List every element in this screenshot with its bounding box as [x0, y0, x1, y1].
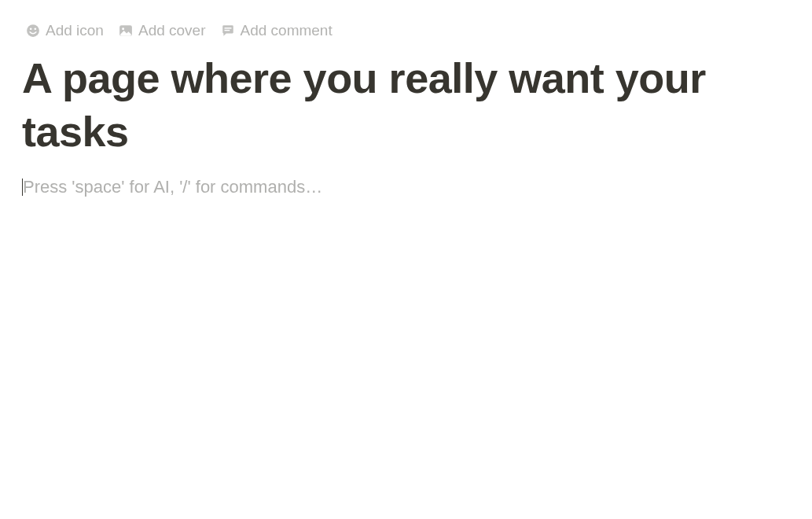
emoji-icon — [25, 23, 41, 39]
svg-rect-6 — [224, 30, 230, 31]
editor-placeholder: Press 'space' for AI, '/' for commands… — [22, 177, 322, 197]
add-icon-label: Add icon — [46, 22, 104, 39]
add-cover-label: Add cover — [138, 22, 206, 39]
svg-rect-5 — [224, 28, 231, 28]
svg-point-0 — [27, 24, 39, 37]
page-title[interactable]: A page where you really want your tasks — [0, 39, 812, 164]
comment-icon — [220, 23, 236, 39]
svg-point-1 — [30, 28, 32, 30]
editor-placeholder-line[interactable]: Press 'space' for AI, '/' for commands… — [22, 177, 790, 197]
add-icon-button[interactable]: Add icon — [25, 22, 104, 39]
add-cover-button[interactable]: Add cover — [118, 22, 206, 39]
editor-content[interactable]: Press 'space' for AI, '/' for commands… — [0, 164, 812, 210]
svg-point-4 — [122, 28, 124, 30]
image-icon — [118, 23, 134, 39]
svg-point-2 — [34, 28, 36, 30]
add-comment-label: Add comment — [241, 22, 333, 39]
page-toolbar: Add icon Add cover Add comment — [0, 0, 812, 39]
add-comment-button[interactable]: Add comment — [220, 22, 333, 39]
